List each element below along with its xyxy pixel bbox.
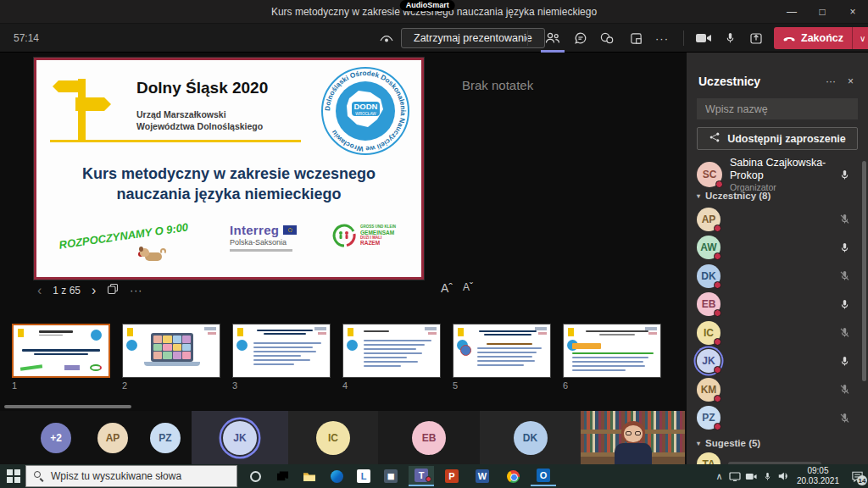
tray-camera-icon[interactable]	[743, 472, 760, 481]
participant-tile-pz[interactable]: PZ	[139, 411, 192, 464]
avatar: EB	[697, 292, 721, 316]
participant-search-input[interactable]	[697, 98, 858, 119]
slide-thumbnail-2[interactable]	[122, 324, 220, 378]
participant-tile-ap[interactable]: AP	[86, 411, 139, 464]
outlook-icon[interactable]: O	[531, 466, 556, 486]
presenter-eye-icon[interactable]	[375, 30, 398, 47]
participant-tile-eb[interactable]: EB	[378, 411, 480, 464]
word-icon[interactable]: W	[470, 466, 495, 486]
chevron-down-icon: ▾	[697, 440, 700, 447]
mic-on-icon[interactable]	[838, 169, 851, 181]
more-options-icon[interactable]: ···	[650, 30, 674, 47]
share-screen-icon[interactable]	[744, 30, 768, 47]
minimize-button[interactable]: —	[776, 0, 807, 24]
stop-presenting-button[interactable]: Zatrzymaj prezentowanie	[401, 28, 545, 48]
font-increase-button[interactable]: Aˆ	[441, 281, 453, 295]
mic-muted-icon[interactable]	[838, 326, 851, 339]
panel-more-icon[interactable]: ···	[820, 75, 842, 87]
powerpoint-icon[interactable]: P	[439, 466, 465, 486]
close-button[interactable]: ×	[837, 0, 868, 24]
participant-tile-jk-speaking[interactable]: JK	[192, 411, 288, 464]
slide-thumbnail-4[interactable]	[342, 324, 441, 378]
chevron-down-icon: ▾	[697, 192, 700, 200]
participant-row-pz[interactable]: PZ	[697, 404, 858, 433]
participant-row-ic[interactable]: IC	[697, 319, 858, 347]
participant-row-dk[interactable]: DK	[697, 262, 858, 291]
mic-on-icon[interactable]	[838, 298, 851, 311]
mic-muted-icon[interactable]	[838, 213, 851, 225]
tray-display-icon[interactable]	[727, 471, 743, 481]
reactions-icon[interactable]	[595, 30, 619, 47]
thumbnail-number: 2	[122, 380, 220, 391]
camera-icon[interactable]	[692, 30, 715, 47]
share-invite-button[interactable]: Udostępnij zaproszenie	[697, 127, 858, 150]
system-tray: ∧ 09:05 20.03.2021 14	[711, 464, 868, 488]
slide-thumbnail-6[interactable]	[563, 324, 661, 378]
tray-expand-chevron-icon[interactable]: ∧	[711, 471, 727, 482]
meeting-timer: 57:14	[14, 32, 39, 44]
participant-row-aw[interactable]: AW	[697, 234, 858, 263]
taskbar-clock[interactable]: 09:05 20.03.2021	[797, 466, 839, 487]
mic-on-icon[interactable]	[838, 355, 851, 368]
file-explorer-icon[interactable]	[297, 466, 322, 486]
end-options-chevron[interactable]: ∨	[853, 34, 868, 43]
task-view-icon[interactable]	[270, 466, 295, 486]
next-slide-button[interactable]: ›	[92, 283, 96, 298]
lightshot-icon[interactable]: L	[351, 466, 376, 486]
participant-row-jk[interactable]: JK	[697, 347, 858, 376]
status-busy-dot	[714, 395, 721, 402]
filmstrip-scrollbar[interactable]	[4, 405, 131, 408]
participants-icon[interactable]	[541, 30, 565, 47]
chrome-icon[interactable]	[500, 466, 526, 486]
panel-scrollbar[interactable]	[862, 161, 866, 381]
panel-close-icon[interactable]: ×	[842, 75, 860, 87]
taskbar-search[interactable]: Wpisz tu wyszukiwane słowa	[25, 465, 237, 487]
participant-video-tile[interactable]	[581, 411, 685, 464]
current-slide[interactable]: Dolny Śląsk 2020 Urząd Marszałkowski Woj…	[34, 58, 424, 280]
overflow-participants-tile[interactable]: +2	[25, 411, 86, 464]
participant-row-eb[interactable]: EB	[697, 291, 858, 319]
participant-row-ap[interactable]: AP	[697, 205, 858, 234]
mic-muted-icon[interactable]	[838, 269, 851, 282]
edge-browser-icon[interactable]	[324, 466, 349, 486]
participant-row-km[interactable]: KM	[697, 375, 858, 404]
maximize-button[interactable]: □	[807, 0, 837, 24]
tray-mic-icon[interactable]	[760, 471, 776, 482]
cortana-icon[interactable]	[242, 466, 268, 486]
previous-slide-button[interactable]: ‹	[37, 283, 42, 298]
suggested-participant-row[interactable]: TA	[697, 452, 821, 464]
slide-thumbnail-1[interactable]	[12, 324, 110, 378]
chat-icon[interactable]	[569, 30, 593, 47]
slide-more-options-icon[interactable]: ···	[130, 285, 142, 297]
status-busy-dot	[714, 366, 721, 374]
end-meeting-button[interactable]: Zakończ ∨	[774, 27, 868, 49]
breakout-rooms-icon[interactable]	[624, 30, 648, 47]
slide-thumbnail-5[interactable]	[453, 324, 551, 378]
signpost-graphic	[52, 74, 114, 143]
calculator-icon[interactable]: ▦	[378, 466, 403, 486]
thumbnail-number: 5	[453, 380, 551, 391]
suggestions-section-header[interactable]: ▾ Sugestie (5)	[697, 438, 760, 448]
font-size-controls: Aˆ Aˇ	[441, 281, 473, 295]
tray-speaker-icon[interactable]	[776, 471, 792, 481]
slide-grid-icon[interactable]	[107, 283, 119, 298]
svg-text:WROCŁAW: WROCŁAW	[355, 112, 376, 116]
participant-tile-dk[interactable]: DK	[480, 411, 581, 464]
attendees-section-header[interactable]: ▾ Uczestnicy (8)	[697, 191, 771, 201]
notes-placeholder: Brak notatek	[462, 78, 533, 92]
start-button[interactable]	[7, 469, 20, 483]
mic-muted-icon[interactable]	[838, 383, 851, 396]
font-decrease-button[interactable]: Aˇ	[463, 281, 473, 295]
status-busy-dot	[715, 180, 723, 188]
teams-taskbar-icon[interactable]: T	[409, 466, 434, 486]
participant-tile-ic[interactable]: IC	[288, 411, 378, 464]
teams-notification-dot	[426, 476, 431, 482]
action-center-icon[interactable]: 14	[846, 464, 868, 488]
slide-thumbnail-3[interactable]	[232, 324, 331, 378]
mic-muted-icon[interactable]	[838, 412, 851, 424]
microphone-icon[interactable]	[718, 30, 742, 47]
organizer-row[interactable]: SC Sabina Czajkowska-Prokop Organizator	[697, 159, 858, 190]
avatar: +2	[41, 423, 71, 453]
slide-heading: Dolny Śląsk 2020	[136, 79, 268, 97]
mic-on-icon[interactable]	[838, 241, 851, 254]
